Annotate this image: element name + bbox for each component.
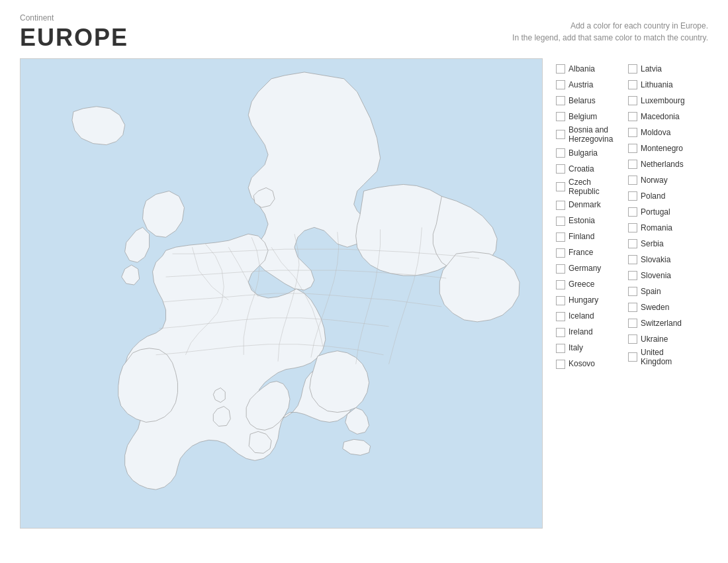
legend-columns: AlbaniaAustriaBelarusBelgiumBosnia and H… [556,62,708,372]
legend-country-label: Switzerland [641,319,682,328]
legend-color-box[interactable] [628,207,637,217]
main-content: AlbaniaAustriaBelarusBelgiumBosnia and H… [0,58,728,529]
legend-color-box[interactable] [556,232,565,242]
legend-item: Ukraine [628,332,694,346]
legend-color-box[interactable] [556,148,565,158]
legend-color-box[interactable] [628,160,637,169]
legend-item: Albania [556,62,621,76]
legend-color-box[interactable] [556,130,565,139]
legend-color-box[interactable] [628,255,637,264]
legend-item: United Kingdom [628,348,694,367]
legend-country-label: Norway [641,176,668,185]
legend: AlbaniaAustriaBelarusBelgiumBosnia and H… [556,58,708,529]
legend-color-box[interactable] [556,296,565,305]
legend-item: Switzerland [628,316,694,331]
legend-color-box[interactable] [628,176,637,185]
legend-country-label: Slovakia [641,255,670,264]
legend-country-label: Moldova [641,128,670,137]
legend-item: Belarus [556,93,621,108]
legend-color-box[interactable] [556,182,565,191]
legend-item: Germany [556,262,621,276]
legend-country-label: Kosovo [569,359,595,368]
legend-item: Bosnia and Herzegovina [556,125,621,144]
page-header: Continent EUROPE Add a color for each co… [0,0,728,58]
legend-color-box[interactable] [628,239,637,248]
legend-color-box[interactable] [628,287,637,296]
legend-item: Italy [556,341,621,356]
legend-color-box[interactable] [628,96,637,105]
legend-color-box[interactable] [556,344,565,353]
legend-color-box[interactable] [556,201,565,210]
legend-color-box[interactable] [556,264,565,274]
legend-country-label: Luxembourg [641,96,685,105]
legend-color-box[interactable] [628,80,637,89]
legend-col-2: LatviaLithuaniaLuxembourgMacedoniaMoldov… [628,62,694,372]
legend-country-label: Germany [569,264,601,273]
legend-country-label: Belgium [569,112,597,121]
legend-country-label: Italy [569,343,583,352]
legend-color-box[interactable] [556,112,565,121]
legend-color-box[interactable] [556,64,565,74]
legend-country-label: Bulgaria [569,148,598,158]
legend-item: Czech Republic [556,178,621,197]
map-container [20,58,543,529]
legend-color-box[interactable] [628,334,637,344]
legend-country-label: Poland [641,191,665,201]
legend-country-label: United Kingdom [641,348,694,367]
legend-country-label: Denmark [569,200,601,209]
legend-item: Luxembourg [628,93,694,108]
legend-color-box[interactable] [556,328,565,337]
legend-country-label: Montenegro [641,144,683,153]
legend-country-label: Lithuania [641,80,673,89]
continent-label: Continent [20,13,128,23]
legend-color-box[interactable] [628,223,637,232]
legend-item: Greece [556,278,621,292]
legend-country-label: Spain [641,287,661,296]
legend-color-box[interactable] [628,112,637,121]
legend-country-label: Netherlands [641,160,684,169]
legend-country-label: Greece [569,280,594,289]
legend-item: Poland [628,189,694,203]
legend-country-label: Austria [569,80,593,89]
legend-item: Kosovo [556,357,621,372]
legend-country-label: Ireland [569,327,593,336]
legend-item: Slovenia [628,268,694,283]
legend-item: Slovakia [628,252,694,267]
legend-item: Sweden [628,300,694,315]
legend-country-label: Sweden [641,303,669,312]
legend-color-box[interactable] [628,144,637,153]
legend-item: Bulgaria [556,146,621,160]
legend-country-label: Czech Republic [569,178,621,197]
legend-color-box[interactable] [628,128,637,137]
legend-color-box[interactable] [556,164,565,174]
legend-color-box[interactable] [556,360,565,369]
legend-item: Estonia [556,214,621,229]
legend-country-label: Ukraine [641,334,668,344]
instructions-line1: Add a color for each country in Europe. [512,20,708,32]
legend-country-label: Serbia [641,239,664,248]
legend-color-box[interactable] [628,64,637,74]
legend-color-box[interactable] [628,319,637,328]
legend-color-box[interactable] [628,352,637,362]
legend-item: Norway [628,173,694,187]
legend-color-box[interactable] [628,303,637,312]
legend-country-label: Portugal [641,207,670,217]
legend-country-label: Belarus [569,96,596,105]
title-block: Continent EUROPE [20,13,128,52]
legend-country-label: France [569,248,593,257]
legend-color-box[interactable] [556,248,565,258]
legend-item: Ireland [556,325,621,340]
legend-item: France [556,246,621,260]
legend-item: Austria [556,77,621,92]
legend-item: Moldova [628,125,694,140]
legend-country-label: Hungary [569,295,598,305]
legend-color-box[interactable] [628,271,637,280]
legend-color-box[interactable] [556,80,565,89]
legend-color-box[interactable] [556,312,565,321]
legend-country-label: Estonia [569,216,595,225]
legend-color-box[interactable] [556,217,565,226]
legend-color-box[interactable] [628,191,637,201]
legend-item: Latvia [628,62,694,76]
legend-color-box[interactable] [556,280,565,289]
legend-color-box[interactable] [556,96,565,105]
